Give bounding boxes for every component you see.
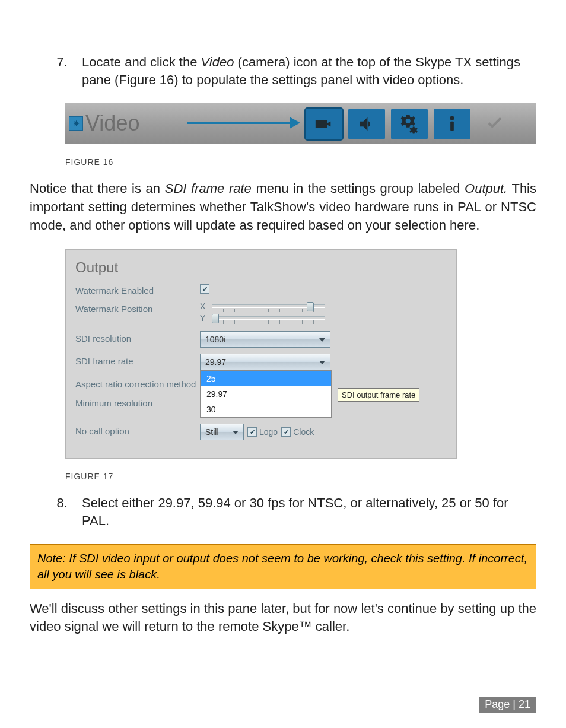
gear-icon [69, 116, 83, 131]
slider-x[interactable]: X [200, 301, 447, 311]
option-2997[interactable]: 29.97 [201, 386, 331, 402]
paragraph-sdi-frame-rate: Notice that there is an SDI frame rate m… [30, 180, 536, 234]
step-8: Select either 29.97, 59.94 or 30 fps for… [71, 494, 536, 529]
note-box: Note: If SDI video input or output does … [30, 544, 536, 589]
option-30[interactable]: 30 [201, 402, 331, 417]
logo-checkbox-group: ✔ Logo [247, 427, 278, 437]
sdi-frame-rate-options: 25 29.97 30 [200, 370, 332, 418]
label-sdi-frame-rate: SDI frame rate [75, 354, 200, 366]
label-sdi-resolution: SDI resolution [75, 331, 200, 344]
label-minimum-resolution: Minimum resolution [75, 396, 200, 408]
page-number: Page | 21 [479, 697, 536, 713]
sdi-resolution-combo[interactable]: 1080i [200, 331, 330, 348]
chevron-down-icon [319, 338, 325, 342]
settings-tabs [306, 109, 513, 139]
x-axis-label: X [200, 301, 208, 311]
step7-video-word: Video [201, 55, 234, 69]
chevron-down-icon [319, 361, 325, 364]
clock-checkbox[interactable]: ✔ [281, 427, 291, 437]
option-25[interactable]: 25 [201, 371, 331, 386]
closing-paragraph: We'll discuss other settings in this pan… [30, 600, 536, 637]
no-call-combo[interactable]: Still [200, 424, 244, 440]
label-watermark-enabled: Watermark Enabled [75, 283, 200, 295]
figure-16-caption: FIGURE 16 [65, 157, 536, 167]
banner-title: Video [85, 111, 139, 136]
tooltip-sdi-output-frame-rate: SDI output frame rate [338, 388, 419, 402]
slider-y[interactable]: Y [200, 313, 447, 323]
para1-output: Output. [465, 181, 507, 196]
video-banner: Video [65, 103, 536, 144]
logo-checkbox[interactable]: ✔ [247, 427, 257, 437]
sdi-frame-rate-value: 29.97 [205, 357, 226, 367]
label-aspect-ratio: Aspect ratio correction method [75, 376, 200, 390]
clock-label: Clock [293, 427, 314, 437]
sdi-resolution-value: 1080i [205, 335, 225, 344]
clock-checkbox-group: ✔ Clock [281, 427, 314, 437]
row-watermark-enabled: Watermark Enabled ✔ [75, 283, 447, 295]
y-axis-label: Y [200, 313, 208, 323]
output-settings-panel: Output Watermark Enabled ✔ Watermark Pos… [65, 249, 457, 459]
row-watermark-position: Watermark Position X Y [75, 301, 447, 325]
tab-advanced[interactable] [391, 109, 428, 139]
sdi-frame-rate-combo[interactable]: 29.97 [200, 354, 330, 370]
tab-apply[interactable] [476, 109, 513, 139]
step-7: Locate and click the Video (camera) icon… [71, 53, 536, 88]
tab-info[interactable] [434, 109, 470, 139]
svg-point-0 [450, 116, 454, 120]
step7-text-a: Locate and click the [82, 55, 201, 69]
tab-audio[interactable] [348, 109, 385, 139]
annotation-arrow [187, 122, 291, 124]
row-no-call-option: No call option Still ✔ Logo ✔ Clock [75, 424, 447, 440]
step8-text: Select either 29.97, 59.94 or 30 fps for… [82, 495, 508, 528]
label-watermark-position: Watermark Position [75, 301, 200, 314]
para1-sdi: SDI frame rate [165, 181, 252, 196]
logo-label: Logo [259, 427, 278, 437]
figure-17-caption: FIGURE 17 [65, 472, 536, 481]
watermark-enabled-checkbox[interactable]: ✔ [200, 284, 209, 294]
svg-rect-1 [450, 122, 454, 131]
slider-x-thumb[interactable] [307, 302, 314, 311]
para1-a: Notice that there is an [30, 181, 165, 196]
row-sdi-resolution: SDI resolution 1080i [75, 331, 447, 348]
row-sdi-frame-rate: SDI frame rate 29.97 25 29.97 30 SDI out… [75, 354, 447, 370]
slider-y-thumb[interactable] [212, 314, 219, 323]
para1-b: menu in the settings group labeled [252, 181, 465, 196]
output-heading: Output [75, 259, 447, 276]
chevron-down-icon [233, 431, 239, 434]
label-no-call-option: No call option [75, 424, 200, 436]
tab-video[interactable] [306, 109, 342, 139]
footer-rule [30, 684, 536, 684]
no-call-value: Still [205, 427, 219, 437]
